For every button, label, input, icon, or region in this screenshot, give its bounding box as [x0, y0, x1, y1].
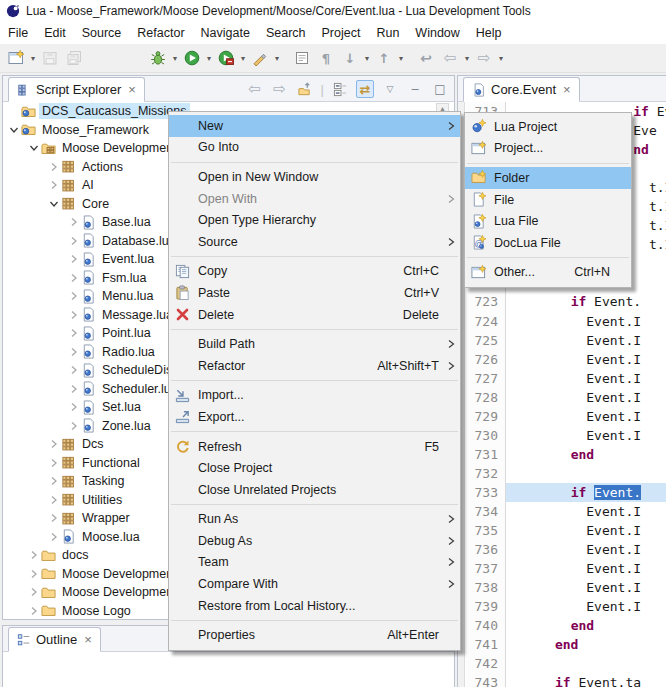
- menu-item-go-into[interactable]: Go Into: [169, 137, 460, 159]
- code-line-732[interactable]: 732: [466, 464, 666, 483]
- menu-item-folder[interactable]: Folder: [465, 167, 631, 189]
- code-line-733[interactable]: 733 if Event.: [466, 483, 666, 502]
- last-edit-location-button[interactable]: ↩: [414, 46, 438, 70]
- collapsed-arrow-icon[interactable]: [49, 513, 59, 523]
- collapsed-arrow-icon[interactable]: [29, 587, 39, 597]
- up-button[interactable]: [296, 80, 314, 98]
- code-line-730[interactable]: 730 Event.I: [466, 426, 666, 445]
- collapsed-arrow-icon[interactable]: [29, 550, 39, 560]
- code-line-724[interactable]: 724 Event.I: [466, 312, 666, 331]
- collapsed-arrow-icon[interactable]: [49, 458, 59, 468]
- expanded-arrow-icon[interactable]: [29, 143, 39, 153]
- save-all-button[interactable]: [62, 46, 86, 70]
- menu-item-other[interactable]: Other...Ctrl+N: [465, 262, 631, 284]
- menu-item-project[interactable]: Project...: [465, 138, 631, 160]
- menu-item-open-type-hierarchy[interactable]: Open Type Hierarchy: [169, 209, 460, 231]
- coverage-dropdown-icon[interactable]: ▾: [238, 54, 248, 63]
- expanded-arrow-icon[interactable]: [9, 125, 19, 135]
- code-line-742[interactable]: 742: [466, 654, 666, 673]
- collapsed-arrow-icon[interactable]: [69, 384, 79, 394]
- run-button[interactable]: [180, 46, 204, 70]
- new-wizard-button[interactable]: [4, 46, 28, 70]
- back-button[interactable]: ⇦: [438, 46, 462, 70]
- show-whitespace-button[interactable]: ¶: [314, 46, 338, 70]
- menu-search[interactable]: Search: [258, 22, 314, 44]
- menu-item-open-with[interactable]: Open With: [169, 188, 460, 210]
- collapsed-arrow-icon[interactable]: [49, 162, 59, 172]
- menu-refactor[interactable]: Refactor: [129, 22, 192, 44]
- collapsed-arrow-icon[interactable]: [69, 217, 79, 227]
- tab-outline[interactable]: Outline ×: [8, 627, 101, 652]
- collapsed-arrow-icon[interactable]: [69, 328, 79, 338]
- menu-item-refactor[interactable]: RefactorAlt+Shift+T: [169, 355, 460, 377]
- code-line-737[interactable]: 737 Event.I: [466, 559, 666, 578]
- next-annotation-dropdown-icon[interactable]: ▾: [362, 54, 372, 63]
- external-tools-button[interactable]: [248, 46, 272, 70]
- code-line-736[interactable]: 736 Event.I: [466, 540, 666, 559]
- code-line-741[interactable]: 741 end: [466, 635, 666, 654]
- code-line-731[interactable]: 731 end: [466, 445, 666, 464]
- back-button[interactable]: ⇦: [246, 80, 264, 98]
- menu-navigate[interactable]: Navigate: [193, 22, 258, 44]
- tab-script-explorer[interactable]: Script Explorer ×: [8, 77, 145, 102]
- maximize-button[interactable]: □: [431, 80, 449, 98]
- close-icon[interactable]: ×: [82, 635, 92, 645]
- collapsed-arrow-icon[interactable]: [49, 495, 59, 505]
- code-line-739[interactable]: 739 Event.I: [466, 597, 666, 616]
- menu-item-close-project[interactable]: Close Project: [169, 457, 460, 479]
- close-icon[interactable]: ×: [561, 85, 571, 95]
- coverage-button[interactable]: [214, 46, 238, 70]
- collapsed-arrow-icon[interactable]: [49, 532, 59, 542]
- previous-annotation-button[interactable]: ↑: [372, 46, 396, 70]
- menu-item-build-path[interactable]: Build Path: [169, 333, 460, 355]
- menu-item-delete[interactable]: DeleteDelete: [169, 304, 460, 326]
- menu-item-properties[interactable]: PropertiesAlt+Enter: [169, 624, 460, 646]
- menu-window[interactable]: Window: [407, 22, 467, 44]
- collapse-all-button[interactable]: [331, 80, 349, 98]
- run-dropdown-icon[interactable]: ▾: [204, 54, 214, 63]
- expanded-arrow-icon[interactable]: [49, 199, 59, 209]
- view-menu-button[interactable]: ▽: [381, 80, 399, 98]
- forward-button[interactable]: ⇨: [472, 46, 496, 70]
- forward-button[interactable]: ⇨: [271, 80, 289, 98]
- external-tools-dropdown-icon[interactable]: ▾: [272, 54, 282, 63]
- menu-item-copy[interactable]: CopyCtrl+C: [169, 261, 460, 283]
- previous-annotation-dropdown-icon[interactable]: ▾: [396, 54, 406, 63]
- menu-item-paste[interactable]: PasteCtrl+V: [169, 282, 460, 304]
- menu-item-debug-as[interactable]: Debug As: [169, 530, 460, 552]
- menu-item-source[interactable]: Source: [169, 231, 460, 253]
- menu-edit[interactable]: Edit: [36, 22, 74, 44]
- minimize-button[interactable]: ─: [406, 80, 424, 98]
- debug-dropdown-icon[interactable]: ▾: [170, 54, 180, 63]
- menu-item-lua-file[interactable]: Lua File: [465, 210, 631, 232]
- menu-project[interactable]: Project: [314, 22, 369, 44]
- menu-item-compare-with[interactable]: Compare With: [169, 573, 460, 595]
- menu-item-restore-from-local-history[interactable]: Restore from Local History...: [169, 595, 460, 617]
- collapsed-arrow-icon[interactable]: [29, 606, 39, 616]
- menu-item-file[interactable]: File: [465, 189, 631, 211]
- close-icon[interactable]: ×: [126, 85, 136, 95]
- menu-item-lua-project[interactable]: Lua Project: [465, 116, 631, 138]
- save-button[interactable]: [38, 46, 62, 70]
- collapsed-arrow-icon[interactable]: [69, 421, 79, 431]
- code-line-723[interactable]: 723 if Event.: [466, 292, 666, 311]
- menu-item-close-unrelated-projects[interactable]: Close Unrelated Projects: [169, 479, 460, 501]
- forward-dropdown-icon[interactable]: ▾: [496, 54, 506, 63]
- menu-item-open-in-new-window[interactable]: Open in New Window: [169, 166, 460, 188]
- menu-item-refresh[interactable]: RefreshF5: [169, 436, 460, 458]
- collapsed-arrow-icon[interactable]: [69, 365, 79, 375]
- back-dropdown-icon[interactable]: ▾: [462, 54, 472, 63]
- debug-button[interactable]: [146, 46, 170, 70]
- collapsed-arrow-icon[interactable]: [69, 236, 79, 246]
- tab-core-event[interactable]: Core.Event ×: [463, 77, 580, 102]
- collapsed-arrow-icon[interactable]: [69, 402, 79, 412]
- collapsed-arrow-icon[interactable]: [69, 254, 79, 264]
- code-line-743[interactable]: 743 if Event.ta: [466, 673, 666, 687]
- menu-item-team[interactable]: Team: [169, 552, 460, 574]
- mark-occurrences-button[interactable]: [290, 46, 314, 70]
- collapsed-arrow-icon[interactable]: [49, 476, 59, 486]
- link-with-editor-button[interactable]: ⇄: [356, 80, 374, 98]
- collapsed-arrow-icon[interactable]: [69, 310, 79, 320]
- menu-file[interactable]: File: [0, 22, 36, 44]
- menu-help[interactable]: Help: [468, 22, 510, 44]
